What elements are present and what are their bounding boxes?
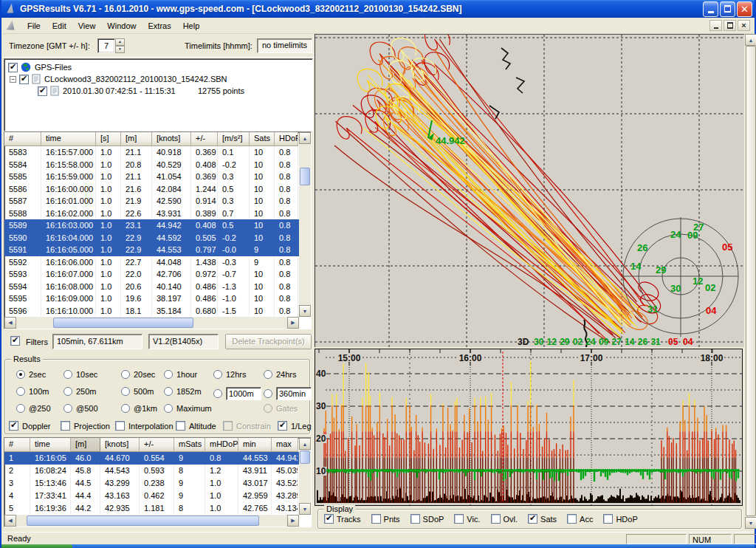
results-table-body[interactable]: 116:16:0546.044.6700.55490.844.55344.942… [4, 452, 311, 515]
scroll-up-icon[interactable]: ▲ [299, 438, 311, 450]
radio-icon[interactable] [264, 389, 272, 398]
radio-icon[interactable] [16, 387, 25, 396]
tree-session-label[interactable]: 2010.01.30 07:42:51 - 11:15:31 [63, 86, 176, 95]
radio-icon[interactable] [16, 404, 25, 413]
table-row[interactable]: 516:19:3644.242.9351.18181.042.76543.134 [4, 502, 311, 515]
checkbox-icon[interactable] [176, 421, 185, 431]
display-checkbox-ovl[interactable]: Ovl. [491, 514, 518, 524]
scroll-right-icon[interactable]: ▶ [287, 515, 299, 527]
delete-trackpoints-button[interactable]: Delete Trackpoint(s) [225, 334, 312, 349]
scroll-down-icon[interactable]: ▼ [299, 305, 311, 317]
file-checkbox[interactable] [19, 75, 29, 84]
map-vscrollbar[interactable]: ▲ ▼ [745, 34, 756, 529]
menu-item-help[interactable]: Help [177, 19, 206, 32]
column-header[interactable]: +/- [191, 132, 218, 146]
radio-24hrs[interactable]: 24hrs [264, 370, 297, 379]
collapse-icon[interactable]: − [10, 76, 16, 83]
radio-icon[interactable] [63, 370, 72, 379]
column-header[interactable]: time [30, 438, 71, 452]
trackpoint-vscroll-thumb[interactable] [300, 168, 310, 185]
speed-chart[interactable]: 15:0016:0017:0018:0040302010 [315, 349, 743, 506]
column-header[interactable]: [s] [96, 132, 121, 146]
timezone-spinner[interactable]: 7 ▲ ▼ [97, 38, 125, 53]
checkbox-icon[interactable] [223, 421, 233, 431]
radio-edit-field[interactable]: 360min [276, 387, 312, 400]
column-header[interactable]: # [4, 132, 41, 146]
radio-250m[interactable]: 250m [63, 387, 97, 396]
start-button-edge[interactable] [1, 544, 72, 548]
checkbox-icon[interactable] [324, 514, 334, 524]
column-header[interactable]: HDoP [275, 132, 298, 146]
trackpoint-table-body[interactable]: 558316:15:57.0001.021.140.9180.3690.1100… [4, 146, 311, 317]
checkbox-icon[interactable] [603, 514, 613, 524]
table-row[interactable]: 559516:16:09.0001.019.638.1970.486-1.010… [4, 292, 311, 305]
menu-item-file[interactable]: File [21, 19, 47, 32]
column-header[interactable]: Sats [250, 132, 275, 146]
scroll-left-icon[interactable]: ◀ [4, 317, 16, 329]
column-header[interactable]: min [238, 438, 272, 452]
radio-icon[interactable] [164, 404, 173, 413]
trackpoint-hscroll-thumb[interactable] [53, 318, 193, 328]
column-header[interactable]: time [41, 132, 96, 146]
column-header[interactable]: # [4, 438, 30, 452]
filter-summary-field[interactable]: 105min, 67.611km [52, 334, 142, 349]
radio-icon[interactable] [121, 404, 130, 413]
scroll-down-icon[interactable]: ▼ [745, 517, 756, 529]
table-row[interactable]: 116:16:0546.044.6700.55490.844.55344.942 [4, 452, 311, 465]
table-row[interactable]: 558716:16:01.0001.021.942.5900.9140.3100… [4, 195, 311, 208]
tree-root-label[interactable]: GPS-Files [35, 63, 72, 72]
radio-500m[interactable]: 500m [121, 387, 154, 396]
checkbox-icon[interactable] [371, 514, 381, 524]
root-checkbox[interactable] [8, 63, 18, 72]
column-header[interactable]: [m] [121, 132, 152, 146]
column-header[interactable]: mSats [174, 438, 205, 452]
checkbox-icon[interactable] [454, 514, 464, 524]
table-row[interactable]: 558416:15:58.0001.020.840.5290.408-0.210… [4, 159, 311, 171]
session-checkbox[interactable] [38, 86, 47, 96]
mdi-close-button[interactable]: × [738, 20, 750, 31]
table-row[interactable]: 559416:16:08.0001.020.640.1400.486-1.310… [4, 281, 311, 293]
display-checkbox-acc[interactable]: Acc [567, 514, 593, 524]
table-row[interactable]: 216:08:2445.844.5430.59381.243.91145.039 [4, 465, 311, 477]
display-checkbox-sats[interactable]: Sats [528, 514, 557, 524]
radio-icon[interactable] [213, 389, 222, 398]
spinner-down-icon[interactable]: ▼ [115, 46, 125, 53]
display-checkbox-sdop[interactable]: SDoP [410, 514, 444, 524]
table-row[interactable]: 558316:15:57.0001.021.140.9180.3690.1100… [4, 146, 311, 159]
menu-item-view[interactable]: View [72, 19, 102, 32]
mdi-restore-button[interactable] [724, 20, 736, 31]
column-header[interactable]: max [272, 438, 298, 452]
radio-icon[interactable] [16, 370, 25, 379]
radio-1hour[interactable]: 1hour [164, 370, 197, 379]
table-row[interactable]: 559016:16:04.0001.022.944.5920.505-0.210… [4, 232, 311, 244]
radio-100m[interactable]: 100m [16, 387, 49, 396]
restore-button[interactable] [720, 1, 735, 17]
map-vscroll-thumb[interactable] [746, 46, 756, 516]
column-header[interactable]: [m] [71, 438, 100, 452]
table-row[interactable]: 558916:16:03.0001.023.144.9420.4080.5100… [4, 219, 311, 232]
table-row[interactable]: 558516:15:59.0001.021.141.0540.3690.3100… [4, 171, 311, 183]
firmware-version-field[interactable]: V1.2(B1405x) [148, 334, 219, 349]
scroll-down-icon[interactable]: ▼ [299, 503, 311, 515]
radio-20sec[interactable]: 20sec [121, 370, 155, 379]
table-row[interactable]: 559216:16:06.0001.022.744.0481.438-0.390… [4, 256, 311, 269]
checkbox-icon[interactable] [9, 421, 18, 431]
display-checkbox-hdop[interactable]: HDoP [603, 514, 637, 524]
radio-1000m[interactable]: 1000m [213, 387, 261, 400]
filters-checkbox[interactable] [10, 336, 20, 346]
radio-icon[interactable] [63, 387, 72, 396]
spinner-up-icon[interactable]: ▲ [115, 38, 125, 46]
checkbox-icon[interactable] [410, 514, 420, 524]
radio-250[interactable]: @250 [16, 404, 51, 413]
checkbox-icon[interactable] [115, 421, 125, 431]
column-header[interactable]: [knots] [100, 438, 140, 452]
radio-icon[interactable] [264, 404, 272, 413]
checkbox-1leg[interactable]: 1/Leg [278, 421, 312, 431]
minimize-button[interactable] [703, 1, 718, 17]
checkbox-icon[interactable] [278, 421, 287, 431]
results-hscroll-thumb[interactable] [27, 516, 259, 526]
checkbox-icon[interactable] [491, 514, 501, 524]
checkbox-icon[interactable] [61, 421, 70, 431]
radio-gates[interactable]: Gates [264, 404, 298, 413]
results-table-header[interactable]: #time[m][knots]+/-mSatsmHDoPminmax [4, 438, 311, 452]
